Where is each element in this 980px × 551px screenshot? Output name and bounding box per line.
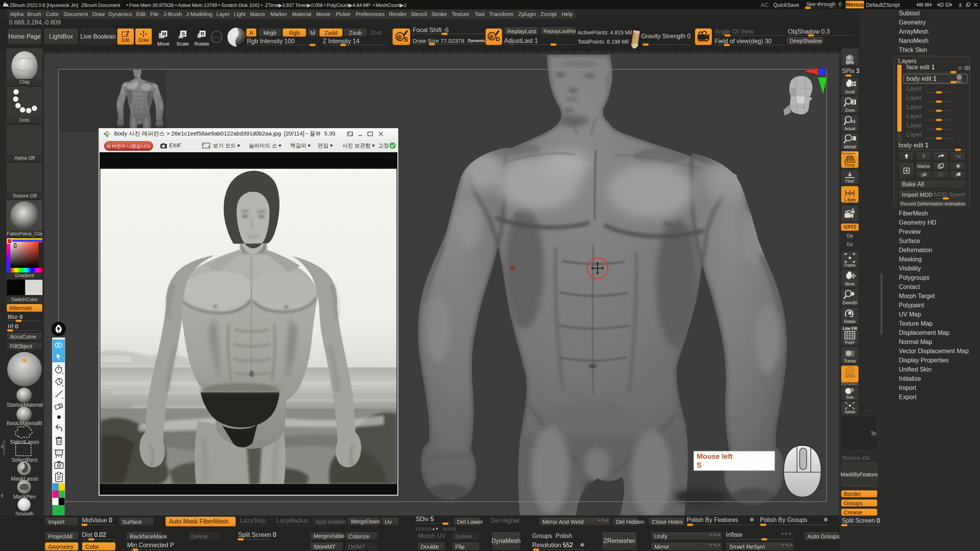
svg-text:x1: x1	[851, 119, 856, 124]
svg-text:Mouse left: Mouse left	[697, 452, 733, 460]
svg-text:M: M	[162, 31, 167, 37]
svg-text:S: S	[404, 36, 408, 43]
svg-text:R: R	[201, 31, 204, 37]
svg-text:S: S	[182, 31, 185, 37]
svg-text:D: D	[496, 36, 500, 42]
svg-text:S: S	[697, 461, 702, 469]
